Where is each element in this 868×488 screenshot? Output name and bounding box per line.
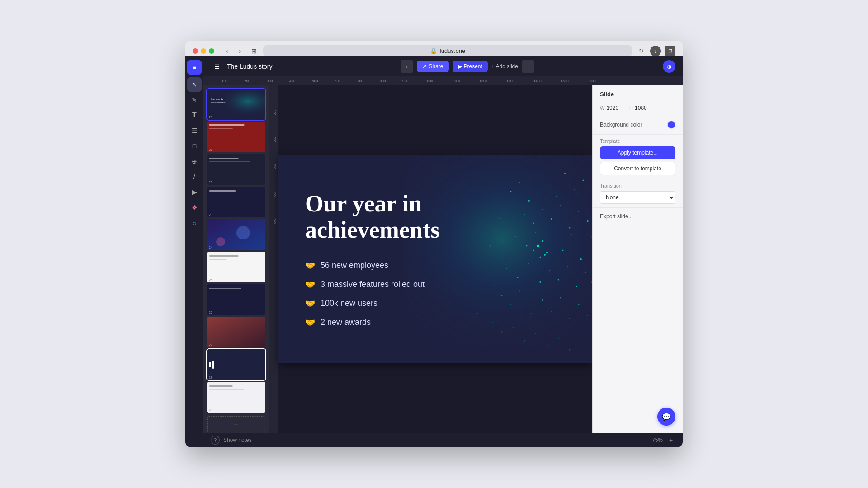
zoom-out-button[interactable]: – xyxy=(639,436,648,445)
svg-point-31 xyxy=(216,237,225,246)
slide-thumbnail-20[interactable]: Our year in achievements 20 xyxy=(207,89,265,120)
height-value: 1080 xyxy=(635,105,647,111)
background-color-section: Background color xyxy=(593,117,683,135)
fullscreen-button[interactable] xyxy=(209,48,214,54)
svg-rect-22 xyxy=(209,124,244,126)
sidebar-toggle-button[interactable]: ⊞ xyxy=(249,46,259,56)
slide-thumbnail-25[interactable]: 25 xyxy=(207,252,265,282)
chat-fab-button[interactable]: 💬 xyxy=(657,408,675,426)
bg-color-swatch[interactable] xyxy=(667,121,675,129)
line-tool[interactable]: / xyxy=(187,169,202,184)
traffic-lights xyxy=(193,48,214,54)
svg-rect-29 xyxy=(207,219,265,250)
slide-thumbnail-29[interactable]: 29 xyxy=(207,382,265,413)
right-panel: Slide W 1920 H 1080 xyxy=(592,85,683,433)
next-slide-button[interactable]: › xyxy=(522,60,534,73)
template-label: Template xyxy=(600,138,675,144)
anchor-tool[interactable]: ⊕ xyxy=(187,154,202,169)
help-button[interactable]: ? xyxy=(211,436,220,445)
present-button[interactable]: ▶ Present xyxy=(453,61,488,72)
svg-text:400: 400 xyxy=(289,79,296,83)
list-tool[interactable]: ☰ xyxy=(187,123,202,138)
reload-button[interactable]: ↻ xyxy=(636,46,646,56)
video-tool[interactable]: ▶ xyxy=(187,185,202,199)
svg-rect-23 xyxy=(209,128,233,129)
width-value: 1920 xyxy=(606,105,618,111)
slide-thumbnail-22[interactable]: 22 xyxy=(207,154,265,185)
export-button[interactable]: Export slide... xyxy=(600,211,633,221)
transition-select[interactable]: None Fade Slide xyxy=(600,191,675,204)
slide-thumbnail-26[interactable]: 26 xyxy=(207,284,265,315)
menu-button[interactable]: ≡ xyxy=(187,60,202,75)
svg-text:800: 800 xyxy=(380,79,386,83)
share-button[interactable]: ↗ Share xyxy=(417,61,448,72)
text-tool[interactable]: T xyxy=(187,108,202,122)
add-slide-panel-button[interactable]: + xyxy=(207,416,265,432)
zoom-in-button[interactable]: + xyxy=(666,436,675,445)
svg-rect-37 xyxy=(207,317,265,347)
pen-tool[interactable]: ✎ xyxy=(187,93,202,107)
moon-icon: ◑ xyxy=(667,63,671,70)
width-label: W xyxy=(600,105,604,111)
slide-thumbnail-28[interactable]: 28 xyxy=(207,349,265,380)
slide-canvas: Our year in achievements 🤝 56 new employ… xyxy=(278,155,592,363)
panel-header: Slide xyxy=(593,85,683,101)
slide-thumbnail-27[interactable]: 27 xyxy=(207,317,265,347)
template-section: Template Apply template... Convert to te… xyxy=(593,135,683,179)
emoji-icon: 🤝 xyxy=(305,299,315,309)
extensions-button[interactable]: ⊞ xyxy=(665,46,675,56)
emoji-icon: 🤝 xyxy=(305,318,315,328)
apply-template-button[interactable]: Apply template... xyxy=(600,146,675,159)
slide-heading: Our year in achievements xyxy=(305,191,477,242)
transition-section: Transition None Fade Slide xyxy=(593,179,683,208)
slides-panel: Our year in achievements 20 xyxy=(203,85,269,433)
shape-tool[interactable]: □ xyxy=(187,139,202,153)
app-tool[interactable]: ❖ xyxy=(187,200,202,215)
show-notes-button[interactable]: Show notes xyxy=(223,437,252,443)
svg-rect-36 xyxy=(209,288,241,289)
svg-rect-42 xyxy=(209,385,233,387)
height-label: H xyxy=(629,105,633,111)
add-slide-button[interactable]: + Add slide xyxy=(491,63,518,70)
svg-text:1500: 1500 xyxy=(561,79,569,83)
svg-text:100: 100 xyxy=(222,79,228,83)
cursor-tool[interactable]: ↖ xyxy=(187,77,202,92)
svg-text:1000: 1000 xyxy=(425,79,433,83)
slide-list: 🤝 56 new employees 🤝 3 massive features … xyxy=(305,261,565,328)
svg-text:300: 300 xyxy=(273,164,276,169)
minimize-button[interactable] xyxy=(201,48,206,54)
svg-rect-38 xyxy=(207,349,265,380)
emoji-icon: 🤝 xyxy=(305,280,315,290)
convert-template-button[interactable]: Convert to template xyxy=(600,162,675,175)
dimensions-section: W 1920 H 1080 xyxy=(593,101,683,117)
address-bar[interactable]: 🔒 ludus.one xyxy=(263,45,632,56)
back-button[interactable]: ‹ xyxy=(222,46,232,56)
svg-text:achievements: achievements xyxy=(211,101,226,104)
svg-rect-40 xyxy=(212,361,214,369)
list-item: 🤝 100k new users xyxy=(305,299,565,309)
search-tool[interactable]: ⌕ xyxy=(187,216,202,230)
mode-toggle-button[interactable]: ◑ xyxy=(663,60,675,73)
svg-rect-25 xyxy=(209,158,239,159)
svg-text:1400: 1400 xyxy=(533,79,542,83)
svg-rect-33 xyxy=(209,255,239,257)
close-button[interactable] xyxy=(193,48,198,54)
svg-text:1300: 1300 xyxy=(506,79,514,83)
vertical-ruler: 100 200 300 400 500 xyxy=(269,85,278,433)
canvas-area: 100 200 300 400 500 xyxy=(269,85,592,433)
svg-rect-43 xyxy=(209,389,244,390)
slide-thumbnail-23[interactable]: 23 xyxy=(207,187,265,217)
slide-thumbnail-24[interactable]: 24 xyxy=(207,219,265,250)
url-text: ludus.one xyxy=(440,47,465,54)
svg-text:300: 300 xyxy=(267,79,273,83)
svg-text:100: 100 xyxy=(273,110,276,115)
profile-button[interactable]: ↓ xyxy=(650,46,661,56)
svg-text:500: 500 xyxy=(312,79,318,83)
slide-thumbnail-21[interactable]: 21 xyxy=(207,122,265,152)
hamburger-button[interactable]: ☰ xyxy=(211,60,223,73)
forward-button[interactable]: › xyxy=(234,46,245,56)
prev-slide-button[interactable]: ‹ xyxy=(401,60,413,73)
left-toolbar: ≡ ↖ ✎ T ☰ □ ⊕ / ▶ ❖ ⌕ xyxy=(185,56,203,447)
svg-text:700: 700 xyxy=(357,79,363,83)
svg-point-30 xyxy=(236,226,250,239)
